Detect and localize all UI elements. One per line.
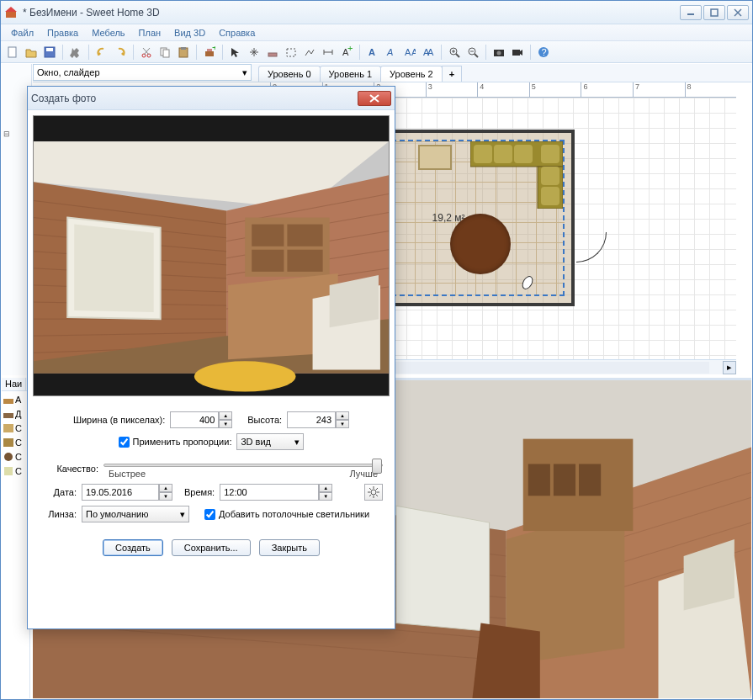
date-input[interactable] <box>82 484 159 501</box>
svg-text:A: A <box>369 47 375 57</box>
spin-down-icon[interactable]: ▼ <box>219 420 232 428</box>
list-item[interactable]: А <box>2 392 29 406</box>
svg-rect-23 <box>268 53 277 56</box>
maximize-button[interactable] <box>703 5 725 20</box>
quality-slider[interactable] <box>103 464 383 467</box>
sun-direction-button[interactable] <box>364 484 383 501</box>
date-label: Дата: <box>40 487 77 497</box>
width-spinner[interactable]: ▲▼ <box>170 411 232 428</box>
list-item[interactable]: С <box>2 449 29 464</box>
svg-rect-0 <box>6 11 16 18</box>
furniture-list: А Д С С С С <box>2 392 30 698</box>
menu-plan[interactable]: План <box>134 26 167 40</box>
svg-rect-53 <box>514 145 533 163</box>
create-dimension-icon[interactable] <box>320 44 337 61</box>
svg-rect-116 <box>287 250 322 272</box>
list-item[interactable]: С <box>2 435 29 449</box>
chevron-down-icon: ▾ <box>242 67 247 78</box>
menu-edit[interactable]: Правка <box>42 26 83 40</box>
col-name[interactable]: Наи <box>2 378 26 390</box>
paste-icon[interactable] <box>175 44 192 61</box>
cut-icon[interactable] <box>138 44 155 61</box>
spin-up-icon[interactable]: ▲ <box>219 411 232 420</box>
ceiling-lights-checkbox[interactable] <box>204 509 215 520</box>
spin-down-icon[interactable]: ▼ <box>336 420 349 428</box>
save-button[interactable]: Сохранить... <box>172 539 251 556</box>
list-item[interactable]: Д <box>2 406 29 421</box>
tab-level-2[interactable]: Уровень 2 <box>380 66 443 82</box>
text-bigger-icon[interactable]: AA <box>401 44 418 61</box>
svg-text:A: A <box>386 47 393 57</box>
spin-up-icon[interactable]: ▲ <box>159 484 172 492</box>
camera-indicator[interactable] <box>519 274 536 291</box>
close-button[interactable] <box>727 5 749 20</box>
close-dialog-button[interactable]: Закрыть <box>259 539 320 556</box>
undo-icon[interactable] <box>93 44 110 61</box>
svg-marker-111 <box>74 225 153 312</box>
list-item[interactable]: С <box>2 464 29 478</box>
tree-expand-icon[interactable]: ⊟ <box>3 130 10 138</box>
furniture-side-table[interactable] <box>418 145 452 170</box>
copy-icon[interactable] <box>156 44 173 61</box>
preferences-icon[interactable] <box>67 44 84 61</box>
height-label: Высота: <box>247 415 282 425</box>
svg-text:?: ? <box>542 47 547 57</box>
furniture-category-dropdown[interactable]: Окно, слайдер ▾ <box>33 64 252 81</box>
spin-down-icon[interactable]: ▼ <box>319 492 332 501</box>
video-icon[interactable] <box>509 44 526 61</box>
add-level-button[interactable]: + <box>442 66 462 82</box>
svg-rect-6 <box>8 47 16 57</box>
apply-ratio-checkbox[interactable] <box>119 437 130 448</box>
window-title: * БезИмени - Sweet Home 3D <box>23 7 680 19</box>
text-italic-icon[interactable]: A <box>383 44 400 61</box>
text-smaller-icon[interactable]: AA <box>420 44 437 61</box>
menu-file[interactable]: Файл <box>6 26 39 40</box>
menu-view3d[interactable]: Вид 3D <box>169 26 210 40</box>
pan-icon[interactable] <box>246 44 262 61</box>
list-item[interactable]: С <box>2 421 29 435</box>
photo-icon[interactable] <box>491 44 507 61</box>
width-input[interactable] <box>170 411 219 428</box>
create-walls-icon[interactable] <box>264 44 281 61</box>
svg-rect-16 <box>163 50 169 57</box>
svg-line-37 <box>456 54 459 57</box>
save-icon[interactable] <box>41 44 58 61</box>
svg-rect-115 <box>252 250 284 272</box>
spin-down-icon[interactable]: ▼ <box>159 492 172 501</box>
time-input[interactable] <box>220 484 319 501</box>
help-icon[interactable]: ? <box>535 44 552 61</box>
spin-up-icon[interactable]: ▲ <box>319 484 332 492</box>
zoom-in-icon[interactable] <box>446 44 463 61</box>
menu-furniture[interactable]: Мебель <box>87 26 130 40</box>
chevron-down-icon: ▾ <box>294 437 300 448</box>
create-room-icon[interactable] <box>283 44 300 61</box>
zoom-out-icon[interactable] <box>464 44 481 61</box>
tab-level-0[interactable]: Уровень 0 <box>258 66 321 82</box>
menu-help[interactable]: Справка <box>214 26 260 40</box>
minimize-button[interactable] <box>680 5 702 20</box>
create-button[interactable]: Создать <box>103 539 163 556</box>
slider-thumb[interactable] <box>372 459 382 474</box>
svg-marker-22 <box>231 48 239 57</box>
select-icon[interactable] <box>227 44 244 61</box>
height-input[interactable] <box>287 411 336 428</box>
furniture-round-table[interactable] <box>450 214 511 274</box>
dialog-close-button[interactable] <box>358 91 391 106</box>
redo-icon[interactable] <box>112 44 129 61</box>
ratio-select[interactable]: 3D вид▾ <box>236 433 304 450</box>
new-icon[interactable] <box>4 44 21 61</box>
create-polyline-icon[interactable] <box>301 44 318 61</box>
svg-rect-60 <box>3 424 13 432</box>
tab-level-1[interactable]: Уровень 1 <box>320 66 382 82</box>
furniture-corner-sofa[interactable] <box>470 141 563 209</box>
height-spinner[interactable]: ▲▼ <box>287 411 349 428</box>
open-icon[interactable] <box>23 44 40 61</box>
text-bold-icon[interactable]: A <box>364 44 381 61</box>
scroll-right-icon[interactable]: ▸ <box>723 361 736 374</box>
svg-rect-58 <box>3 399 13 404</box>
create-label-icon[interactable]: A+ <box>338 44 355 61</box>
add-furniture-icon[interactable]: + <box>201 44 218 61</box>
lens-select[interactable]: По умолчанию▾ <box>82 506 189 522</box>
svg-marker-1 <box>5 7 17 12</box>
spin-up-icon[interactable]: ▲ <box>336 411 349 420</box>
